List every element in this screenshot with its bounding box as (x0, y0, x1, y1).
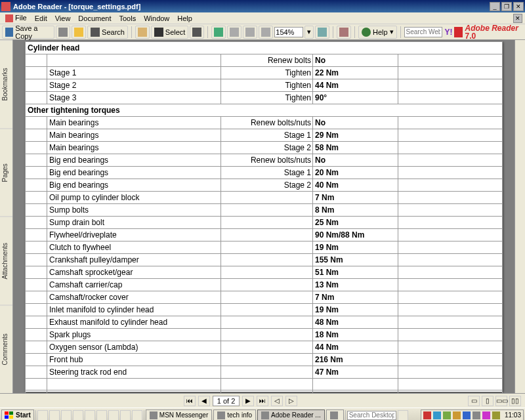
first-page-button[interactable]: ⏮ (184, 396, 196, 406)
email-button[interactable] (72, 26, 86, 39)
minimize-button[interactable]: _ (490, 2, 500, 11)
menu-file[interactable]: File (1, 12, 31, 24)
taskbar: Start MSN Messengertech infoAdobe Reader… (0, 408, 525, 420)
tab-comments[interactable]: Comments (0, 305, 12, 394)
menubar: File Edit View Document Tools Window Hel… (0, 12, 525, 24)
window-title: Adobe Reader - [torque_settings.pdf] (13, 3, 490, 10)
quicklaunch-2[interactable] (49, 410, 60, 421)
forward-button[interactable]: ▷ (285, 396, 297, 406)
table-row: Main bearingsStage 129 Nm (26, 129, 503, 142)
search-button[interactable]: Search (87, 26, 128, 39)
print-button[interactable] (56, 26, 70, 39)
tab-bookmarks[interactable]: Bookmarks (0, 40, 12, 129)
mdi-close-button[interactable]: ✕ (513, 14, 522, 23)
table-row: Clutch to flywheel19 Nm (26, 242, 503, 254)
continuous-button[interactable]: ▯ (482, 396, 494, 406)
save-copy-button[interactable]: Save a Copy (2, 26, 54, 39)
zoom-dropdown[interactable]: ▾ (304, 26, 314, 39)
torque-table: Cylinder headRenew boltsNoStage 1Tighten… (25, 41, 503, 393)
system-tray: 11:03 (421, 410, 524, 421)
titlebar: Adobe Reader - [torque_settings.pdf] _ ❐… (0, 0, 525, 12)
quicklaunch-7[interactable] (108, 410, 119, 421)
quicklaunch-3[interactable] (61, 410, 72, 421)
page-icon (230, 28, 239, 37)
document-viewport[interactable]: Cylinder headRenew boltsNoStage 1Tighten… (13, 40, 514, 393)
minus-icon (245, 28, 255, 37)
menu-view[interactable]: View (51, 13, 75, 24)
last-page-button[interactable]: ⏭ (257, 396, 268, 406)
tray-icon-5[interactable] (463, 411, 471, 419)
yahoo-icon[interactable]: Y! (445, 28, 453, 37)
quicklaunch-4[interactable] (73, 410, 83, 421)
menu-document[interactable]: Document (74, 13, 115, 24)
tray-icon-4[interactable] (453, 411, 461, 419)
save-icon (5, 28, 13, 37)
hand-icon (138, 28, 147, 37)
tray-icon-3[interactable] (443, 411, 451, 419)
taskbar-task[interactable]: MSN Messenger (146, 410, 212, 421)
menu-edit[interactable]: Edit (31, 13, 51, 24)
tray-icon-1[interactable] (423, 411, 431, 419)
table-row: Front hub216 Nm (26, 354, 503, 366)
select-tool-button[interactable]: Select (151, 26, 189, 39)
next-page-button[interactable]: ▶ (242, 396, 254, 406)
facing-button[interactable]: ▭▭ (495, 396, 507, 406)
quicklaunch-9[interactable] (132, 410, 142, 421)
prev-page-button[interactable]: ◀ (198, 396, 210, 406)
start-button[interactable]: Start (1, 410, 34, 421)
app-icon (1, 2, 10, 11)
taskbar-task[interactable] (326, 410, 344, 421)
quicklaunch-1[interactable] (37, 410, 48, 421)
quicklaunch-8[interactable] (120, 410, 131, 421)
table-row: Oxygen sensor (Lambda)44 Nm (26, 341, 503, 354)
zoom-plus-button[interactable] (259, 26, 273, 39)
table-row: Stage 3Tighten90° (26, 92, 503, 104)
clock[interactable]: 11:03 (502, 411, 521, 419)
search-desktop-button[interactable] (398, 410, 408, 421)
table-row: Flywheel/driveplate90 Nm/88 Nm (26, 229, 503, 242)
toolbar: Save a Copy Search Select ▾ Help▾ Y! Ado… (0, 24, 525, 40)
tray-icon-6[interactable] (472, 411, 480, 419)
zoom-field[interactable] (274, 27, 303, 37)
maximize-button[interactable]: ❐ (501, 2, 512, 11)
table-row: Main bearingsRenew bolts/nutsNo (26, 117, 503, 129)
menu-window[interactable]: Window (140, 13, 173, 24)
table-row: Main bearingsStage 258 Nm (26, 142, 503, 154)
binoculars-icon (91, 28, 100, 37)
taskbar-task[interactable]: Adobe Reader ... (257, 410, 325, 421)
tab-pages[interactable]: Pages (0, 129, 12, 217)
zoom-actual-button[interactable] (227, 26, 242, 39)
zoom-out-button[interactable] (243, 26, 257, 39)
menu-tools[interactable]: Tools (116, 13, 140, 24)
camera-icon (192, 28, 201, 37)
single-page-button[interactable]: ▭ (468, 396, 480, 406)
table-row: Spark plugs18 Nm (26, 329, 503, 341)
close-button[interactable]: ✕ (513, 2, 524, 11)
quicklaunch-6[interactable] (96, 410, 107, 421)
zoom-in-button[interactable] (211, 26, 226, 39)
ebook-button[interactable] (337, 26, 351, 39)
search-web-input[interactable] (404, 27, 442, 37)
adobe-logo-icon (454, 27, 463, 37)
help-button[interactable]: Help▾ (358, 26, 397, 39)
vertical-scrollbar[interactable] (514, 40, 525, 393)
continuous-facing-button[interactable]: ▯▯ (509, 396, 521, 406)
hand-tool-button[interactable] (135, 26, 150, 39)
help-icon (362, 28, 371, 37)
page-indicator[interactable]: 1 of 2 (213, 396, 240, 406)
tray-icon-8[interactable] (492, 411, 500, 419)
rotate-icon (318, 28, 327, 37)
back-button[interactable]: ◁ (271, 396, 283, 406)
tray-icon-7[interactable] (482, 411, 490, 419)
rotate-button[interactable] (315, 26, 329, 39)
quicklaunch-5[interactable] (85, 410, 95, 421)
taskbar-task[interactable]: tech info (213, 410, 256, 421)
search-desktop-input[interactable] (347, 411, 396, 420)
tab-attachments[interactable]: Attachments (0, 217, 12, 305)
table-row: Big end bearingsRenew bolts/nutsNo (26, 154, 503, 167)
plus-icon (261, 28, 270, 37)
menu-help[interactable]: Help (173, 13, 196, 24)
snapshot-tool-button[interactable] (190, 26, 204, 39)
tray-icon-2[interactable] (433, 411, 441, 419)
table-row: Camshaft/rocker cover7 Nm (26, 291, 503, 304)
